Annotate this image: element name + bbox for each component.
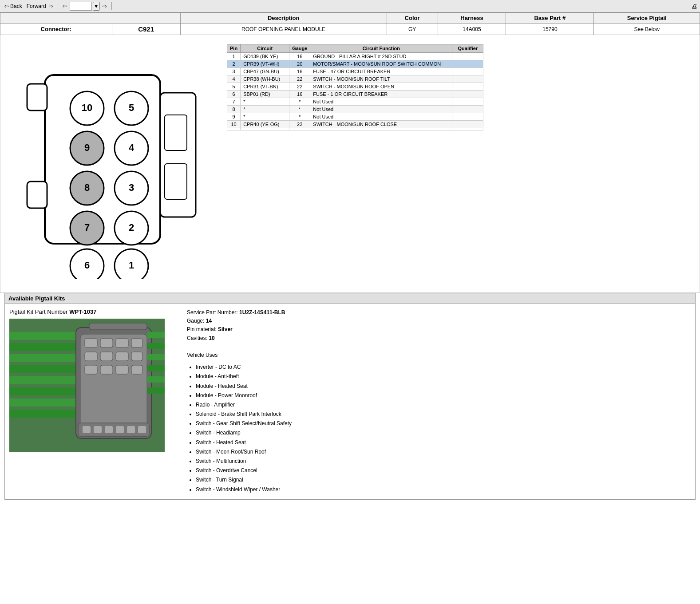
function-header: Circuit Function xyxy=(310,44,452,53)
list-item: Switch - Headlamp xyxy=(196,429,691,437)
svg-rect-30 xyxy=(9,365,80,373)
back-label: Back xyxy=(10,3,22,9)
table-row xyxy=(227,128,483,130)
connector-diagram-area: 10 5 9 4 8 3 7 2 xyxy=(5,39,218,288)
qualifier-header: Qualifier xyxy=(452,44,483,53)
pin-table: Pin Circuit Gauge Circuit Function Quali… xyxy=(227,44,483,130)
harness-value: 14A005 xyxy=(438,24,506,35)
list-item: Module - Heated Seat xyxy=(196,382,691,391)
svg-rect-5 xyxy=(165,164,187,199)
color-header: Color xyxy=(387,13,438,24)
svg-rect-28 xyxy=(9,343,80,351)
print-icon[interactable]: 🖨 xyxy=(691,3,697,10)
list-item: Module - Power Moonroof xyxy=(196,391,691,400)
connector-label-cell: Connector: xyxy=(0,24,112,35)
nav-dropdown-button[interactable]: ▼ xyxy=(93,2,100,11)
gauge-line: Gauge: 14 xyxy=(187,317,691,325)
list-item: Radio - Amplifier xyxy=(196,401,691,409)
svg-text:3: 3 xyxy=(129,182,134,193)
svg-rect-48 xyxy=(131,365,142,374)
svg-rect-52 xyxy=(94,426,102,433)
base-part-value: 15790 xyxy=(506,24,594,35)
svg-rect-32 xyxy=(9,387,80,395)
service-part-number: 1U2Z-14S411-BLB xyxy=(239,309,285,316)
gauge-value: 14 xyxy=(206,318,212,324)
svg-text:7: 7 xyxy=(84,222,90,233)
kit-number: WPT-1037 xyxy=(69,308,96,315)
svg-rect-39 xyxy=(116,339,128,347)
svg-rect-45 xyxy=(85,365,97,374)
table-row: 4CPR38 (WH-BU)22SWITCH - MOON/SUN ROOF T… xyxy=(227,75,483,83)
svg-rect-36 xyxy=(80,334,147,432)
svg-text:1: 1 xyxy=(129,260,134,271)
connector-label: Connector: xyxy=(41,26,71,32)
list-item: Solenoid - Brake Shift Park Interlock xyxy=(196,410,691,418)
svg-rect-29 xyxy=(9,354,80,362)
svg-rect-37 xyxy=(85,339,97,347)
harness-header: Harness xyxy=(438,13,506,24)
svg-rect-41 xyxy=(85,352,97,361)
connector-id: C921 xyxy=(138,25,154,33)
svg-rect-4 xyxy=(165,115,187,150)
table-row: 5CPR31 (VT-BN)22SWITCH - MOON/SUN ROOF O… xyxy=(227,83,483,91)
svg-text:8: 8 xyxy=(84,182,90,193)
table-row: 7**Not Used xyxy=(227,98,483,106)
svg-rect-33 xyxy=(9,399,80,407)
pigtail-content: Pigtail Kit Part Number WPT-1037 xyxy=(5,304,695,499)
description-value: ROOF OPENING PANEL MODULE xyxy=(180,24,387,35)
pigtail-kit-label: Pigtail Kit Part Number WPT-1037 xyxy=(9,308,178,315)
service-part-line: Service Part Number: 1U2Z-14S411-BLB xyxy=(187,308,691,317)
list-item: Switch - Overdrive Cancel xyxy=(196,466,691,475)
svg-rect-62 xyxy=(147,387,165,394)
color-value: GY xyxy=(387,24,438,35)
back-button[interactable]: ⇦ Back xyxy=(3,2,24,10)
svg-rect-46 xyxy=(100,365,113,374)
svg-rect-55 xyxy=(127,426,135,433)
main-content: 10 5 9 4 8 3 7 2 xyxy=(0,35,700,293)
table-row: 6SBP01 (RD)16FUSE - 1 OR CIRCUIT BREAKER xyxy=(227,91,483,98)
svg-rect-44 xyxy=(131,352,142,361)
svg-rect-59 xyxy=(147,354,165,360)
forward-arrow-icon: ⇨ xyxy=(49,3,53,9)
svg-rect-60 xyxy=(147,365,165,371)
toolbar: ⇦ Back Forward ⇨ ⇦ C921 ▼ ⇨ 🖨 xyxy=(0,0,700,12)
pin-material-line: Pin material: Silver xyxy=(187,325,691,334)
cavities-label: Cavities: xyxy=(187,335,209,341)
cavities-line: Cavities: 10 xyxy=(187,334,691,343)
svg-text:6: 6 xyxy=(84,260,90,271)
separator-1 xyxy=(58,2,58,10)
separator-2 xyxy=(111,2,112,10)
svg-rect-51 xyxy=(83,426,91,433)
circuit-header: Circuit xyxy=(241,44,289,53)
connector-svg: 10 5 9 4 8 3 7 2 xyxy=(18,48,205,279)
kit-label-text: Pigtail Kit Part Number xyxy=(9,308,68,315)
nav-input-area: C921 ▼ xyxy=(70,2,100,11)
list-item: Inverter - DC to AC xyxy=(196,363,691,371)
list-item: Switch - Gear Shift Select/Neutral Safet… xyxy=(196,419,691,428)
service-part-label: Service Part Number: xyxy=(187,309,239,316)
svg-rect-42 xyxy=(100,352,113,361)
svg-rect-56 xyxy=(138,426,146,433)
connector-header xyxy=(0,13,181,24)
svg-rect-31 xyxy=(9,376,80,384)
svg-rect-47 xyxy=(116,365,128,374)
list-item: Switch - Multifunction xyxy=(196,457,691,466)
svg-rect-2 xyxy=(27,182,47,208)
connector-id-cell: C921 xyxy=(112,24,180,35)
connector-nav-input[interactable]: C921 xyxy=(70,2,92,11)
gauge-header: Gauge xyxy=(289,44,310,53)
service-pigtail-value: See Below xyxy=(594,24,700,35)
pigtail-details: Service Part Number: 1U2Z-14S411-BLB Gau… xyxy=(178,308,691,495)
pigtail-header: Available Pigtail Kits xyxy=(5,293,695,304)
list-item: Module - Anti-theft xyxy=(196,372,691,381)
pigtail-section: Available Pigtail Kits Pigtail Kit Part … xyxy=(4,293,696,500)
nav-arrows-left-icon: ⇦ xyxy=(63,3,67,9)
svg-rect-40 xyxy=(131,339,142,347)
vehicle-uses-label: Vehicle Uses xyxy=(187,351,691,359)
back-arrow-icon: ⇦ xyxy=(4,3,9,9)
svg-rect-43 xyxy=(116,352,128,361)
svg-rect-34 xyxy=(9,410,80,418)
svg-text:10: 10 xyxy=(82,102,92,113)
header-table: Description Color Harness Base Part # Se… xyxy=(0,12,700,35)
list-item: Switch - Moon Roof/Sun Roof xyxy=(196,448,691,456)
